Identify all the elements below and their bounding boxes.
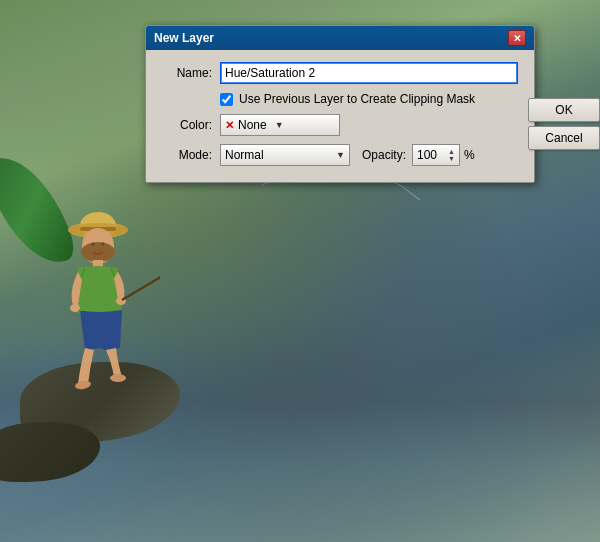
name-input[interactable] <box>220 62 518 84</box>
child-figure <box>50 202 160 412</box>
opacity-label: Opacity: <box>362 148 406 162</box>
color-select-arrow: ▼ <box>275 120 284 130</box>
checkbox-row: Use Previous Layer to Create Clipping Ma… <box>220 92 518 106</box>
color-label: Color: <box>162 118 212 132</box>
svg-point-6 <box>92 243 95 246</box>
color-x-icon: ✕ <box>225 119 234 132</box>
opacity-up-arrow: ▲ <box>448 148 455 155</box>
clipping-mask-checkbox[interactable] <box>220 93 233 106</box>
ok-button[interactable]: OK <box>528 98 600 122</box>
dialog-buttons: OK Cancel <box>528 98 600 150</box>
name-label: Name: <box>162 66 212 80</box>
dialog-content: Name: Use Previous Layer to Create Clipp… <box>146 50 534 182</box>
mode-select[interactable]: Normal ▼ <box>220 144 350 166</box>
mode-row: Mode: Normal ▼ Opacity: 100 ▲ ▼ <box>162 144 518 166</box>
svg-point-11 <box>74 380 91 391</box>
mode-select-arrow: ▼ <box>336 150 345 160</box>
cancel-button[interactable]: Cancel <box>528 126 600 150</box>
svg-point-12 <box>110 374 126 382</box>
svg-point-7 <box>102 243 105 246</box>
new-layer-dialog: New Layer ✕ Name: Use Previous Layer to … <box>145 25 535 183</box>
name-row: Name: <box>162 62 518 84</box>
color-row: Color: ✕ None ▼ <box>162 114 518 136</box>
svg-point-5 <box>81 242 115 262</box>
checkbox-label: Use Previous Layer to Create Clipping Ma… <box>239 92 475 106</box>
close-button[interactable]: ✕ <box>508 30 526 46</box>
dialog-title: New Layer <box>154 31 214 45</box>
mode-label: Mode: <box>162 148 212 162</box>
opacity-arrows[interactable]: ▲ ▼ <box>448 148 455 162</box>
opacity-wrapper: Opacity: 100 ▲ ▼ % <box>362 144 475 166</box>
opacity-value: 100 <box>417 148 446 162</box>
color-select[interactable]: ✕ None ▼ <box>220 114 340 136</box>
opacity-input[interactable]: 100 ▲ ▼ <box>412 144 460 166</box>
dialog-inner: Name: Use Previous Layer to Create Clipp… <box>162 62 518 166</box>
dialog-titlebar: New Layer ✕ <box>146 26 534 50</box>
color-value: None <box>238 118 267 132</box>
svg-point-9 <box>70 304 80 312</box>
opacity-percent: % <box>464 148 475 162</box>
svg-line-13 <box>122 212 160 300</box>
opacity-down-arrow: ▼ <box>448 155 455 162</box>
mode-value: Normal <box>225 148 332 162</box>
